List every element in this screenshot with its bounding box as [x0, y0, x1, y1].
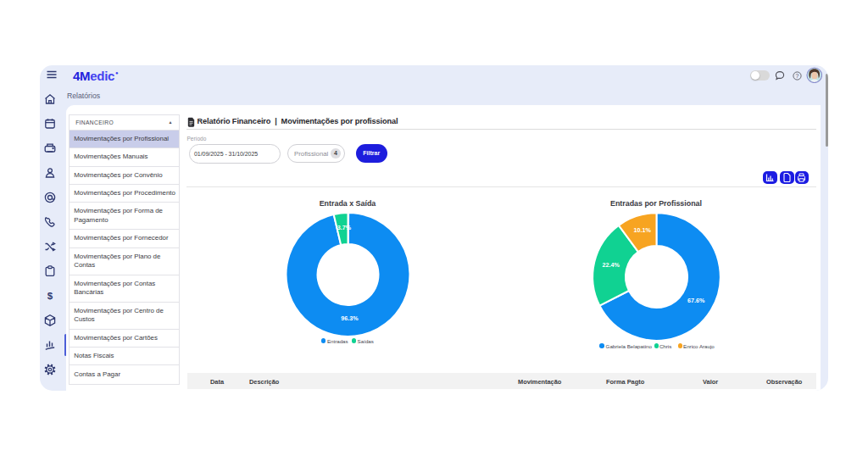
svg-text:22.4%: 22.4%	[603, 261, 620, 269]
svg-text:67.6%: 67.6%	[687, 297, 705, 304]
svg-text:10.1%: 10.1%	[633, 226, 651, 234]
svg-text:96.3%: 96.3%	[341, 314, 359, 322]
svg-text:3.7%: 3.7%	[337, 224, 352, 231]
